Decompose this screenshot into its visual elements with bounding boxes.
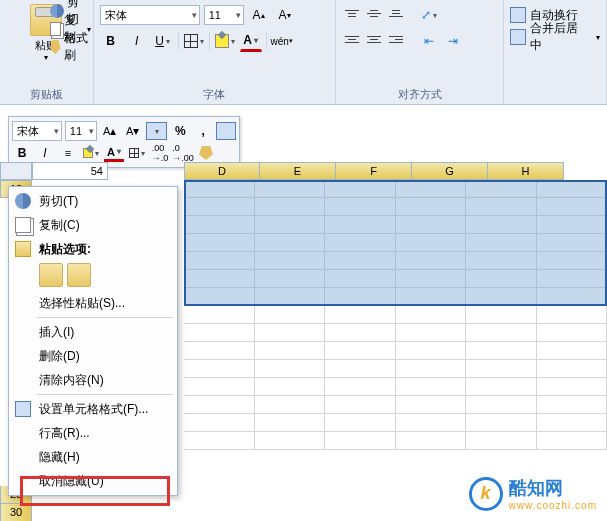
bold-button[interactable]: B — [100, 30, 122, 52]
mini-font-combo[interactable]: 宋体 — [12, 121, 62, 141]
scissors-icon — [15, 193, 31, 209]
mini-align[interactable]: ≡ — [58, 144, 78, 162]
fill-color-button[interactable] — [214, 30, 236, 52]
format-icon — [15, 401, 31, 417]
copy-icon — [50, 22, 61, 36]
mini-style-button[interactable] — [146, 122, 168, 140]
context-menu: 剪切(T) 复制(C) 粘贴选项: 选择性粘贴(S)... 插入(I) 删除(D… — [8, 186, 178, 496]
bucket-icon — [83, 148, 93, 158]
table-row[interactable] — [184, 324, 607, 342]
grow-font-button[interactable]: A▴ — [248, 4, 270, 26]
mini-fill[interactable] — [81, 144, 101, 162]
table-row[interactable] — [184, 252, 607, 270]
menu-format-cells[interactable]: 设置单元格格式(F)... — [11, 397, 175, 421]
menu-paste-special[interactable]: 选择性粘贴(S)... — [11, 291, 175, 315]
menu-unhide[interactable]: 取消隐藏(U) — [11, 469, 175, 493]
brush-icon — [199, 146, 213, 160]
mini-dec-decimal[interactable]: .0→.00 — [173, 144, 193, 162]
group-alignment: ⤢ ⇤ ⇥ 对齐方式 — [336, 0, 504, 104]
paste-option-1[interactable] — [39, 263, 63, 287]
orientation-button[interactable]: ⤢ — [418, 4, 440, 26]
group-label: 字体 — [94, 87, 335, 102]
align-bottom-button[interactable] — [386, 4, 406, 22]
table-row[interactable] — [184, 270, 607, 288]
shrink-font-button[interactable]: A▾ — [274, 4, 296, 26]
align-top-button[interactable] — [342, 4, 362, 22]
mini-bold[interactable]: B — [12, 144, 32, 162]
mini-font-color[interactable]: A — [104, 144, 124, 162]
group-label: 剪贴板 — [0, 87, 93, 102]
menu-hide[interactable]: 隐藏(H) — [11, 445, 175, 469]
wrap-icon — [510, 7, 526, 23]
copy-icon — [15, 217, 31, 233]
mini-shrink-font[interactable]: A▾ — [123, 122, 143, 140]
menu-row-height[interactable]: 行高(R)... — [11, 421, 175, 445]
mini-inc-decimal[interactable]: .00→.0 — [150, 144, 170, 162]
mini-italic[interactable]: I — [35, 144, 55, 162]
table-row[interactable] — [184, 306, 607, 324]
italic-button[interactable]: I — [126, 30, 148, 52]
merge-icon — [510, 29, 526, 45]
mini-border[interactable] — [127, 144, 147, 162]
table-row[interactable] — [184, 360, 607, 378]
border-icon — [184, 34, 198, 48]
table-row[interactable] — [184, 414, 607, 432]
mini-percent-button[interactable]: % — [170, 122, 190, 140]
table-row[interactable] — [184, 396, 607, 414]
menu-insert[interactable]: 插入(I) — [11, 320, 175, 344]
menu-cut[interactable]: 剪切(T) — [11, 189, 175, 213]
font-name-combo[interactable]: 宋体 — [100, 5, 200, 25]
mini-grow-font[interactable]: A▴ — [100, 122, 120, 140]
column-header[interactable]: D — [184, 162, 260, 180]
align-middle-button[interactable] — [364, 4, 384, 22]
table-row[interactable] — [184, 378, 607, 396]
active-cell[interactable]: 54 — [32, 162, 108, 180]
paste-option-2[interactable] — [67, 263, 91, 287]
watermark: k 酷知网 www.coozhi.com — [469, 476, 597, 511]
format-painter-button[interactable]: 格式刷 — [48, 38, 93, 56]
merge-center-button[interactable]: 合并后居中▾ — [508, 26, 602, 48]
column-header[interactable]: E — [260, 162, 336, 180]
select-all-corner[interactable] — [0, 162, 32, 180]
mini-brush[interactable] — [196, 144, 216, 162]
group-clipboard: 粘贴 ▾ 剪切 复制▾ 格式刷 剪贴板 — [0, 0, 94, 104]
border-button[interactable] — [183, 30, 205, 52]
align-right-button[interactable] — [386, 30, 406, 48]
table-row[interactable] — [184, 216, 607, 234]
increase-indent-button[interactable]: ⇥ — [442, 30, 464, 52]
mini-format-button[interactable] — [216, 122, 236, 140]
brush-icon — [50, 40, 61, 54]
ribbon: 粘贴 ▾ 剪切 复制▾ 格式刷 剪贴板 宋体 11 A▴ A▾ B I U A … — [0, 0, 607, 105]
menu-copy[interactable]: 复制(C) — [11, 213, 175, 237]
column-header[interactable]: H — [488, 162, 564, 180]
mini-size-combo[interactable]: 11 — [65, 121, 97, 141]
phonetic-button[interactable]: wén▾ — [271, 30, 293, 52]
group-font: 宋体 11 A▴ A▾ B I U A wén▾ 字体 — [94, 0, 336, 104]
table-row[interactable] — [184, 288, 607, 306]
underline-button[interactable]: U — [152, 30, 174, 52]
menu-paste-options: 粘贴选项: — [11, 237, 175, 261]
decrease-indent-button[interactable]: ⇤ — [418, 30, 440, 52]
mini-comma-button[interactable]: , — [193, 122, 213, 140]
table-row[interactable] — [184, 234, 607, 252]
menu-delete[interactable]: 删除(D) — [11, 344, 175, 368]
table-row[interactable] — [184, 198, 607, 216]
logo-icon: k — [469, 477, 503, 511]
bucket-icon — [215, 34, 229, 48]
clipboard-icon — [15, 241, 31, 257]
table-row[interactable] — [184, 180, 607, 198]
column-header[interactable]: F — [336, 162, 412, 180]
font-size-combo[interactable]: 11 — [204, 5, 244, 25]
border-icon — [129, 148, 139, 158]
align-center-button[interactable] — [364, 30, 384, 48]
column-header[interactable]: G — [412, 162, 488, 180]
table-row[interactable] — [184, 432, 607, 450]
font-color-button[interactable]: A — [240, 30, 262, 52]
align-left-button[interactable] — [342, 30, 362, 48]
scissors-icon — [50, 4, 64, 18]
table-row[interactable] — [184, 342, 607, 360]
menu-clear[interactable]: 清除内容(N) — [11, 368, 175, 392]
mini-toolbar: 宋体 11 A▴ A▾ % , B I ≡ A .00→.0 .0→.00 — [8, 116, 240, 168]
group-label: 对齐方式 — [336, 87, 503, 102]
row-header[interactable]: 30 — [0, 504, 32, 521]
